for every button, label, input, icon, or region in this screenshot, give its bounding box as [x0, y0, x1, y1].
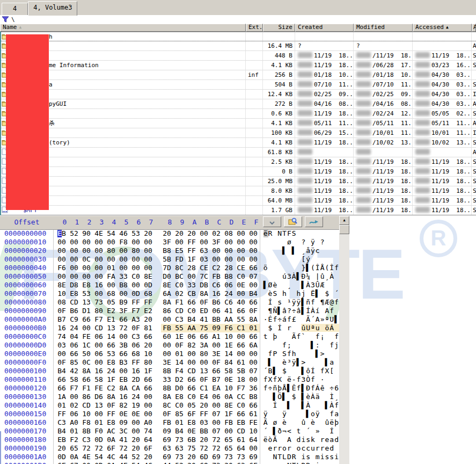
hex-byte[interactable]: 72: [80, 444, 93, 453]
hex-byte[interactable]: 72: [118, 324, 130, 332]
hex-byte[interactable]: 72: [210, 436, 223, 444]
hex-byte[interactable]: B4: [247, 289, 260, 298]
hex-byte[interactable]: 90: [80, 229, 93, 238]
hex-byte[interactable]: 0F: [173, 341, 186, 350]
hex-byte[interactable]: 20: [130, 444, 142, 453]
ascii-text[interactable]: ▌ ▌ ¸åÿc: [260, 247, 339, 255]
hex-byte[interactable]: 00: [68, 238, 80, 247]
hex-byte[interactable]: 05: [105, 298, 118, 307]
hex-byte[interactable]: 03: [198, 255, 210, 264]
hex-byte[interactable]: 13: [105, 324, 118, 332]
hex-byte[interactable]: 54: [130, 461, 142, 464]
hex-byte[interactable]: 86: [161, 307, 173, 315]
hex-byte[interactable]: B6: [68, 307, 80, 315]
hex-byte[interactable]: 52: [68, 229, 80, 238]
hex-byte[interactable]: 0E: [118, 410, 130, 418]
hex-byte[interactable]: F1: [173, 298, 186, 307]
hex-byte[interactable]: 00: [130, 255, 142, 264]
hex-byte[interactable]: 72: [118, 444, 130, 453]
hex-byte[interactable]: E5: [173, 247, 186, 255]
hex-byte[interactable]: 00: [56, 350, 68, 358]
hex-byte[interactable]: 00: [247, 350, 260, 358]
hex-byte[interactable]: 46: [118, 229, 130, 238]
hex-byte[interactable]: 73: [173, 453, 186, 461]
hex-byte[interactable]: 68: [130, 350, 142, 358]
hex-byte[interactable]: 10: [80, 410, 93, 418]
hex-byte[interactable]: 66: [142, 384, 155, 393]
hex-byte[interactable]: F7: [68, 384, 80, 393]
hex-byte[interactable]: CD: [80, 401, 93, 410]
hex-byte[interactable]: 0D: [93, 461, 105, 464]
hex-byte[interactable]: 8A: [80, 367, 93, 375]
hex-byte[interactable]: E2: [105, 307, 118, 315]
hex-byte[interactable]: FF: [130, 358, 142, 367]
ascii-text[interactable]: ▌Ö▌ $ ▌èÀä Ì¸: [260, 393, 339, 401]
hex-row[interactable]: 0000000150FF061000FF0E0E000F856FFF071F66…: [0, 410, 339, 418]
ascii-text[interactable]: ø ? ÿ ?: [260, 238, 339, 247]
file-row[interactable]: (tory)4.1 KB11/19 18.../10/02 13...10/02…: [0, 138, 476, 148]
file-row[interactable]: 12.4 KB02/25 09.../02/25 09...04/30 03..…: [0, 90, 476, 99]
hex-byte[interactable]: 00: [56, 247, 68, 255]
hex-byte[interactable]: 0F: [105, 401, 118, 410]
hex-byte[interactable]: 63: [235, 461, 247, 464]
hex-row[interactable]: 0000000180EBF2C30D0A41206469736B20726561…: [0, 436, 339, 444]
hex-row[interactable]: 000000003000000C00000000005BFD1F03000000…: [0, 255, 339, 264]
hex-byte[interactable]: 80: [142, 358, 155, 367]
hex-byte[interactable]: C3: [173, 315, 186, 324]
ascii-text[interactable]: Í ▌ ▌À ▌Àf: [260, 401, 339, 410]
hex-byte[interactable]: 66: [235, 410, 247, 418]
hex-byte[interactable]: 00: [105, 238, 118, 247]
ascii-text[interactable]: Ã ø è û è ûëþ: [260, 418, 339, 427]
hex-byte[interactable]: 8A: [161, 393, 173, 401]
hex-byte[interactable]: 07: [210, 410, 223, 418]
hex-row[interactable]: 00000000B0162400CD13720F81FB55AA7509F6C1…: [0, 324, 339, 332]
hex-byte[interactable]: 0D: [56, 453, 68, 461]
ascii-text[interactable]: Í s ¹ÿÿ▌ñf ¶Æ@f: [260, 298, 339, 307]
hex-byte[interactable]: 06: [186, 332, 198, 341]
hex-byte[interactable]: F4: [173, 367, 186, 375]
hex-byte[interactable]: 00: [142, 264, 155, 272]
hex-byte[interactable]: BB: [210, 315, 223, 324]
hex-byte[interactable]: F0: [93, 427, 105, 436]
hex-byte[interactable]: 66: [186, 384, 198, 393]
hex-row[interactable]: 000000012066F7F1FEC28ACA668BD066C1EA10F7…: [0, 384, 339, 393]
hex-byte[interactable]: 02: [173, 289, 186, 298]
hex-byte[interactable]: 00: [235, 289, 247, 298]
hex-byte[interactable]: 6E: [56, 461, 68, 464]
hex-byte[interactable]: A3: [130, 315, 142, 324]
hex-byte[interactable]: 13: [93, 401, 105, 410]
hex-byte[interactable]: 00: [198, 358, 210, 367]
hex-byte[interactable]: 73: [93, 298, 105, 307]
hex-byte[interactable]: C0: [186, 393, 198, 401]
hex-byte[interactable]: A0: [68, 418, 80, 427]
hex-byte[interactable]: 73: [173, 436, 186, 444]
hex-byte[interactable]: 00: [198, 229, 210, 238]
hex-byte[interactable]: E8: [173, 393, 186, 401]
hex-byte[interactable]: 00: [142, 410, 155, 418]
hex-row[interactable]: 00000001400102CD130F8219008CC00520008EC0…: [0, 401, 339, 410]
hex-byte[interactable]: 00: [247, 229, 260, 238]
hex-byte[interactable]: 66: [235, 307, 247, 315]
hex-byte[interactable]: FB: [210, 272, 223, 281]
hex-byte[interactable]: 14: [173, 358, 186, 367]
hex-byte[interactable]: FF: [198, 410, 210, 418]
hex-byte[interactable]: 20: [142, 229, 155, 238]
hex-row[interactable]: 0000000190206572726F72206F63637572726564…: [0, 444, 339, 453]
hex-byte[interactable]: 06: [210, 393, 223, 401]
hex-byte[interactable]: E4: [198, 393, 210, 401]
sync-arrow-button[interactable]: [305, 216, 323, 227]
hex-byte[interactable]: 0F: [198, 375, 210, 384]
hex-byte[interactable]: 80: [198, 350, 210, 358]
hex-byte[interactable]: 13: [80, 298, 93, 307]
hex-byte[interactable]: FB: [161, 324, 173, 332]
hex-byte[interactable]: 44: [161, 461, 173, 464]
hex-byte[interactable]: 00: [130, 427, 142, 436]
hex-byte[interactable]: 00: [142, 238, 155, 247]
hex-byte[interactable]: 00: [56, 255, 68, 264]
hex-byte[interactable]: B8: [161, 247, 173, 255]
hex-byte[interactable]: 00: [130, 418, 142, 427]
hex-byte[interactable]: 20: [142, 315, 155, 324]
hex-byte[interactable]: 73: [210, 461, 223, 464]
dropdown-button[interactable]: [263, 216, 281, 227]
hex-byte[interactable]: 86: [80, 393, 93, 401]
